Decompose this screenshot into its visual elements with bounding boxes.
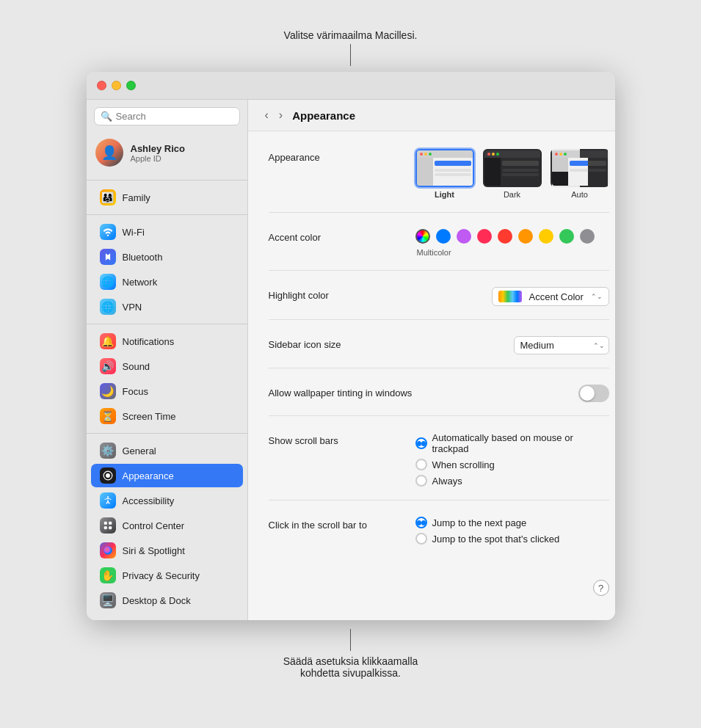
radio-auto[interactable]: Automatically based on mouse or trackpad — [415, 432, 609, 454]
radio-always-btn — [415, 475, 427, 487]
maximize-button[interactable] — [126, 81, 136, 90]
radio-scrolling-label: When scrolling — [432, 459, 495, 470]
radio-always[interactable]: Always — [415, 475, 609, 487]
sidebar-item-label: Control Center — [123, 520, 185, 531]
light-label: Light — [435, 190, 454, 199]
sidebar-item-bluetooth[interactable]: Bluetooth — [91, 245, 243, 269]
minimize-button[interactable] — [112, 81, 121, 90]
accent-multicolor[interactable] — [415, 229, 430, 244]
accent-yellow[interactable] — [539, 229, 553, 244]
search-input[interactable] — [116, 111, 233, 122]
radio-scrolling[interactable]: When scrolling — [415, 459, 609, 470]
forward-button[interactable]: › — [275, 107, 286, 123]
accent-purple[interactable] — [457, 229, 471, 244]
highlight-color-row: Highlight color Accent Color ⌃⌄ — [269, 287, 609, 320]
sidebar-item-family[interactable]: 👨‍👩‍👧 Family — [91, 186, 243, 209]
highlight-color-value: Accent Color — [529, 291, 584, 302]
sidebar-item-desktop[interactable]: 🖥️ Desktop & Dock — [91, 589, 243, 612]
sidebar-icon-size-row: Sidebar icon size Small Medium Large — [269, 336, 609, 368]
highlight-color-control: Accent Color ⌃⌄ — [415, 287, 609, 306]
radio-auto-btn — [415, 437, 427, 449]
settings-window: 🔍 👤 Ashley Rico Apple ID 👨‍👩‍👧 Family — [87, 72, 615, 620]
toggle-knob — [580, 386, 595, 401]
sidebar-item-appearance[interactable]: Appearance — [91, 464, 243, 487]
wallpaper-tinting-toggle[interactable] — [578, 385, 609, 402]
highlight-color-dropdown[interactable]: Accent Color ⌃⌄ — [492, 287, 609, 306]
multicolor-label: Multicolor — [417, 248, 451, 257]
search-icon: 🔍 — [101, 111, 112, 122]
sidebar-item-siri[interactable]: Siri & Spotlight — [91, 539, 243, 562]
back-button[interactable]: ‹ — [261, 107, 272, 123]
sidebar-item-screentime[interactable]: ⏳ Screen Time — [91, 404, 243, 428]
user-section[interactable]: 👤 Ashley Rico Apple ID — [87, 133, 247, 172]
sidebar-item-vpn[interactable]: 🌐 VPN — [91, 295, 243, 318]
sidebar-item-network[interactable]: 🌐 Network — [91, 270, 243, 294]
sidebar-item-label: Screen Time — [123, 411, 176, 422]
sidebar: 🔍 👤 Ashley Rico Apple ID 👨‍👩‍👧 Family — [87, 100, 248, 620]
dark-label: Dark — [504, 190, 520, 199]
radio-spot-btn — [415, 533, 427, 545]
tooltip-bottom: Säädä asetuksia klikkaamallakohdetta siv… — [283, 629, 418, 679]
search-box[interactable]: 🔍 — [94, 107, 240, 125]
radio-next-page[interactable]: Jump to the next page — [415, 517, 560, 528]
panel-title: Appearance — [292, 109, 355, 122]
appearance-label: Appearance — [269, 149, 415, 163]
light-thumb — [415, 149, 474, 187]
wallpaper-tinting-row: Allow wallpaper tinting in windows — [269, 385, 609, 416]
sidebar-icon-size-dropdown-wrapper: Small Medium Large — [514, 336, 609, 354]
tooltip-bottom-text: Säädä asetuksia klikkaamallakohdetta siv… — [283, 655, 418, 679]
appearance-options: Light — [415, 149, 609, 199]
sidebar-item-label: Notifications — [123, 336, 175, 347]
accessibility-icon — [100, 492, 116, 509]
sidebar-item-notifications[interactable]: 🔔 Notifications — [91, 330, 243, 353]
notifications-icon: 🔔 — [100, 333, 116, 349]
sidebar-divider-1 — [87, 180, 247, 181]
sidebar-item-label: Appearance — [123, 470, 174, 481]
sidebar-item-label: Siri & Spotlight — [123, 545, 185, 556]
titlebar — [87, 72, 615, 100]
radio-spot-label: Jump to the spot that's clicked — [432, 534, 560, 545]
accent-red[interactable] — [498, 229, 512, 244]
panel-header: ‹ › Appearance — [248, 100, 615, 131]
sidebar-item-label: Sound — [123, 361, 150, 372]
accent-color-label: Accent color — [269, 229, 415, 243]
sidebar-item-controlcenter[interactable]: Control Center — [91, 514, 243, 537]
svg-rect-10 — [109, 526, 112, 529]
svg-rect-8 — [109, 522, 112, 525]
close-button[interactable] — [97, 81, 106, 90]
auto-label: Auto — [571, 190, 588, 199]
wallpaper-tinting-label: Allow wallpaper tinting in windows — [269, 385, 415, 398]
accent-gray[interactable] — [580, 229, 595, 244]
desktop-icon: 🖥️ — [100, 592, 116, 608]
chevron-icon: ⌃⌄ — [591, 293, 603, 300]
sidebar-item-focus[interactable]: 🌙 Focus — [91, 379, 243, 403]
sound-icon: 🔊 — [100, 358, 116, 374]
radio-spot[interactable]: Jump to the spot that's clicked — [415, 533, 560, 545]
sidebar-item-privacy[interactable]: ✋ Privacy & Security — [91, 564, 243, 587]
show-scroll-bars-control: Automatically based on mouse or trackpad… — [415, 432, 609, 487]
user-info: Ashley Rico Apple ID — [131, 143, 185, 163]
appearance-option-dark[interactable]: Dark — [483, 149, 542, 199]
highlight-swatch — [498, 291, 522, 302]
accent-pink[interactable] — [477, 229, 492, 244]
accent-green[interactable] — [559, 229, 574, 244]
accent-blue[interactable] — [436, 229, 451, 244]
sidebar-item-general[interactable]: ⚙️ General — [91, 439, 243, 462]
svg-point-11 — [103, 546, 112, 555]
svg-point-3 — [106, 496, 108, 498]
dark-thumb — [483, 149, 542, 187]
svg-point-2 — [106, 473, 110, 478]
accent-orange[interactable] — [518, 229, 533, 244]
help-button[interactable]: ? — [593, 580, 609, 596]
tooltip-top: Valitse värimaailma Macillesi. — [284, 29, 418, 66]
sidebar-item-sound[interactable]: 🔊 Sound — [91, 354, 243, 378]
sidebar-item-accessibility[interactable]: Accessibility — [91, 489, 243, 512]
wallpaper-tinting-control — [415, 385, 609, 402]
accent-color-row: Accent color — [269, 229, 609, 271]
appearance-option-light[interactable]: Light — [415, 149, 474, 199]
appearance-option-auto[interactable]: Auto — [551, 149, 609, 199]
sidebar-icon-size-select[interactable]: Small Medium Large — [514, 336, 609, 354]
appearance-icon — [100, 467, 116, 484]
sidebar-item-wifi[interactable]: Wi-Fi — [91, 220, 243, 244]
show-scroll-bars-label: Show scroll bars — [269, 432, 415, 446]
